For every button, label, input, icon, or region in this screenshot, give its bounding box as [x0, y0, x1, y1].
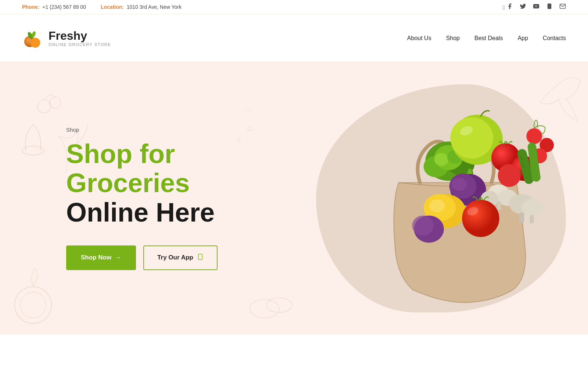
try-app-label: Try Our App [157, 254, 193, 261]
svg-point-26 [450, 117, 493, 159]
hero-title-green: Shop for Groceries [66, 139, 190, 198]
nav-shop[interactable]: Shop [446, 35, 460, 42]
header: Freshy Online Grocery Store About Us Sho… [0, 14, 588, 62]
phone-label: Phone: [22, 4, 39, 10]
logo-text: Freshy Online Grocery Store [49, 30, 111, 47]
shop-now-label: Shop Now [81, 254, 111, 261]
hero-content: Shop Shop for Groceries Online Here Shop… [0, 97, 257, 300]
svg-point-15 [250, 300, 279, 318]
topbar: Phone: +1 (234) 567 89 00 Location: 1010… [0, 0, 588, 14]
twitter-icon[interactable] [520, 3, 526, 11]
shop-now-button[interactable]: Shop Now → [66, 245, 136, 270]
logo-icon [22, 27, 44, 49]
phone-icon [197, 254, 204, 262]
viber-icon[interactable] [546, 3, 553, 11]
phone-info: Phone: +1 (234) 567 89 00 [22, 4, 86, 10]
nav-best-deals[interactable]: Best Deals [474, 35, 503, 42]
location-label: Location: [101, 4, 124, 10]
hero-category-label: Shop [66, 127, 257, 133]
svg-point-32 [498, 164, 521, 187]
hero-title: Shop for Groceries Online Here [66, 139, 257, 227]
svg-point-33 [526, 128, 542, 144]
hero-title-dark: Online Here [66, 198, 215, 227]
nav-app[interactable]: App [517, 35, 528, 42]
grocery-bag-illustration [338, 68, 573, 318]
logo-name: Freshy [49, 30, 111, 42]
svg-point-5 [31, 38, 40, 47]
facebook-icon[interactable]:  [503, 3, 513, 11]
logo[interactable]: Freshy Online Grocery Store [22, 27, 111, 49]
topbar-social:  [503, 3, 566, 11]
svg-point-43 [451, 178, 467, 191]
phone-value: +1 (234) 567 89 00 [42, 4, 86, 10]
arrow-right-icon: → [115, 254, 121, 261]
hero-buttons: Shop Now → Try Our App [66, 245, 257, 270]
nav-contacts[interactable]: Contacts [543, 35, 566, 42]
try-app-button[interactable]: Try Our App [143, 245, 218, 270]
svg-point-51 [429, 199, 445, 212]
main-nav: About Us Shop Best Deals App Contacts [407, 35, 566, 42]
logo-tagline: Online Grocery Store [49, 42, 111, 47]
topbar-contact: Phone: +1 (234) 567 89 00 Location: 1010… [22, 4, 182, 10]
svg-rect-1 [548, 4, 552, 9]
email-icon[interactable] [559, 3, 566, 11]
hero-section: Shop Shop for Groceries Online Here Shop… [0, 62, 588, 335]
youtube-icon[interactable] [533, 3, 539, 11]
svg-point-56 [522, 199, 543, 216]
location-value: 1010 3rd Ave, New York [127, 4, 182, 10]
svg-rect-47 [497, 201, 501, 210]
location-info: Location: 1010 3rd Ave, New York [101, 4, 182, 10]
svg-rect-57 [519, 213, 524, 223]
svg-point-60 [412, 216, 433, 236]
nav-about[interactable]: About Us [407, 35, 431, 42]
svg-rect-58 [530, 215, 534, 223]
svg-point-23 [434, 153, 449, 166]
svg-point-53 [462, 200, 499, 237]
